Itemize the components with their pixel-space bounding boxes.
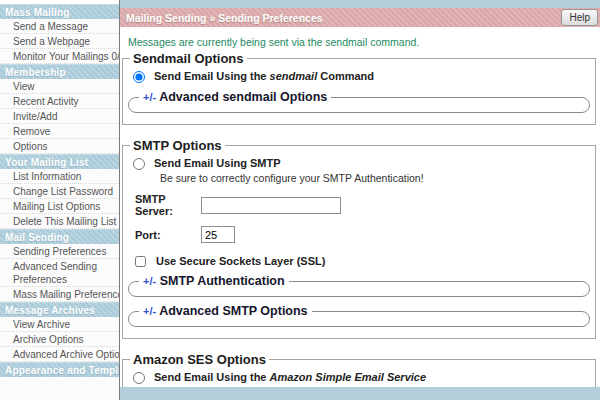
sidebar-item-send-a-webpage[interactable]: Send a Webpage [0,34,119,49]
smtp-radio-label[interactable]: Send Email Using SMTP [154,157,281,169]
smtp-options-legend: SMTP Options [130,138,225,153]
page: Mass Mailing Send a Message Send a Webpa… [0,0,600,400]
sidebar-item-recent-activity[interactable]: Recent Activity [0,94,119,109]
status-message: Messages are currently being sent via th… [128,36,593,48]
sidebar-section-message-archives: Message Archives [0,302,119,317]
sendmail-radio[interactable] [133,71,145,83]
smtp-radio-row: Send Email Using SMTP [133,157,591,170]
sidebar-item-invite-add[interactable]: Invite/Add [0,109,119,124]
sidebar-item-archive-options[interactable]: Archive Options [0,332,119,347]
smtp-options-section: SMTP Options Send Email Using SMTP Be su… [122,138,596,339]
sendmail-radio-label[interactable]: Send Email Using the sendmail Command [154,70,374,82]
aws-credentials-note: Your AWS crendentials are being looked f… [160,386,591,387]
ses-radio-label[interactable]: Send Email Using the Amazon Simple Email… [154,371,426,383]
ssl-checkbox[interactable] [135,256,146,267]
page-title: Mailing Sending » Sending Preferences [120,12,323,24]
sidebar-item-view-archive[interactable]: View Archive [0,317,119,332]
sidebar-item-change-list-password[interactable]: Change List Password [0,184,119,199]
sidebar-section-appearance-and-templates: Appearance and Templates [0,362,119,377]
smtp-port-row: Port: [135,226,591,243]
help-button[interactable]: Help [561,9,598,26]
amazon-ses-options-section: Amazon SES Options Send Email Using the … [122,352,596,387]
sidebar-section-your-mailing-list: Your Mailing List [0,154,119,169]
smtp-radio[interactable] [133,158,145,170]
sendmail-command-italic: sendmail [270,70,318,82]
page-title-bar: Mailing Sending » Sending Preferences He… [120,8,600,27]
ssl-checkbox-label[interactable]: Use Secure Sockets Layer (SSL) [156,255,325,267]
sidebar-item-monitor-your-mailings[interactable]: Monitor Your Mailings 0/0 [0,49,119,64]
advanced-sendmail-options-legend[interactable]: +/- Advanced sendmail Options [139,90,331,104]
ses-service-italic: Amazon Simple Email Service [270,371,427,383]
sidebar-item-delete-this-mailing-list[interactable]: Delete This Mailing List [0,214,119,229]
smtp-server-label: SMTP Server: [135,193,201,217]
smtp-server-input[interactable] [201,197,341,214]
sidebar-item-options[interactable]: Options [0,139,119,154]
amazon-ses-options-legend: Amazon SES Options [130,352,269,367]
sidebar-item-view[interactable]: View [0,79,119,94]
smtp-authentication-toggle[interactable]: +/- SMTP Authentication [128,274,590,297]
plus-minus-toggle-icon[interactable]: +/- [143,91,156,103]
sidebar-item-sending-preferences[interactable]: Sending Preferences [0,244,119,259]
plus-minus-toggle-icon[interactable]: +/- [143,305,156,317]
sidebar-item-list-information[interactable]: List Information [0,169,119,184]
main-area: Mailing Sending » Sending Preferences He… [119,0,600,400]
smtp-authentication-legend[interactable]: +/- SMTP Authentication [139,274,289,288]
sidebar-item-send-a-message[interactable]: Send a Message [0,19,119,34]
sendmail-options-section: Sendmail Options Send Email Using the se… [122,51,596,125]
sendmail-radio-row: Send Email Using the sendmail Command [133,70,591,83]
sidebar-section-mail-sending: Mail Sending [0,229,119,244]
sidebar: Mass Mailing Send a Message Send a Webpa… [0,0,119,400]
sidebar-item-mass-mailing-preferences[interactable]: Mass Mailing Preferences [0,287,119,302]
sidebar-item-mailing-list-options[interactable]: Mailing List Options [0,199,119,214]
smtp-port-input[interactable] [201,226,235,243]
sidebar-item-advanced-sending-preferences[interactable]: Advanced Sending Preferences [0,259,119,287]
plus-minus-toggle-icon[interactable]: +/- [143,275,156,287]
ses-radio[interactable] [133,372,145,384]
advanced-smtp-options-toggle[interactable]: +/- Advanced SMTP Options [128,304,590,327]
sidebar-section-membership: Membership [0,64,119,79]
sidebar-section-mass-mailing: Mass Mailing [0,4,119,19]
sidebar-item-remove[interactable]: Remove [0,124,119,139]
advanced-sendmail-options-toggle[interactable]: +/- Advanced sendmail Options [128,90,590,113]
sendmail-options-legend: Sendmail Options [130,51,247,66]
smtp-server-row: SMTP Server: [135,193,591,217]
ses-radio-row: Send Email Using the Amazon Simple Email… [133,371,591,384]
ssl-checkbox-row: Use Secure Sockets Layer (SSL) [135,255,591,267]
smtp-auth-warning: Be sure to correctly configure your SMTP… [160,172,591,184]
sidebar-item-advanced-archive-options[interactable]: Advanced Archive Options [0,347,119,362]
smtp-port-label: Port: [135,229,201,241]
advanced-smtp-options-legend[interactable]: +/- Advanced SMTP Options [139,304,312,318]
content-panel: Messages are currently being sent via th… [120,27,600,387]
